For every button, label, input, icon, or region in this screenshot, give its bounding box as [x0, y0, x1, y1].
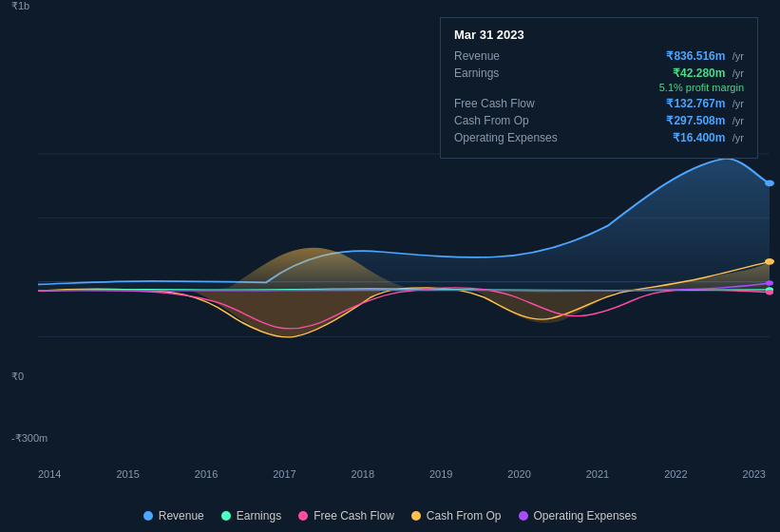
tooltip-unit-fcf: /yr [732, 98, 744, 109]
svg-point-6 [765, 258, 774, 265]
tooltip-value-earnings: ₹42.280m [673, 66, 725, 80]
tooltip-value-opex: ₹16.400m [673, 131, 725, 144]
tooltip-value-fcf: ₹132.767m [666, 97, 725, 110]
tooltip-row-cashop: Cash From Op ₹297.508m /yr [454, 114, 744, 127]
x-axis-labels: 2014 2015 2016 2017 2018 2019 2020 2021 … [38, 468, 766, 480]
tooltip-title: Mar 31 2023 [454, 28, 744, 42]
tooltip-label-fcf: Free Cash Flow [454, 97, 568, 110]
legend-item-opex[interactable]: Operating Expenses [519, 509, 637, 522]
x-label-2021: 2021 [586, 468, 609, 480]
tooltip-label-earnings: Earnings [454, 66, 568, 80]
tooltip-row-opex: Operating Expenses ₹16.400m /yr [454, 131, 744, 144]
profit-margin: 5.1% profit margin [454, 82, 744, 93]
chart-svg [0, 147, 780, 461]
x-label-2015: 2015 [116, 468, 139, 480]
legend-item-fcf[interactable]: Free Cash Flow [298, 509, 394, 522]
x-label-2022: 2022 [664, 468, 687, 480]
tooltip-value-cashop: ₹297.508m [666, 114, 725, 127]
legend-item-cashop[interactable]: Cash From Op [411, 509, 502, 522]
y-label-top: ₹1b [11, 0, 29, 12]
legend-dot-revenue [143, 511, 153, 521]
tooltip-label-opex: Operating Expenses [454, 131, 568, 144]
legend-dot-opex [519, 511, 528, 521]
legend-dot-fcf [298, 511, 308, 521]
legend-label-earnings: Earnings [237, 509, 281, 522]
tooltip-unit-opex: /yr [732, 132, 744, 143]
tooltip-label-revenue: Revenue [454, 49, 568, 63]
legend-dot-earnings [221, 511, 231, 521]
tooltip-unit-cashop: /yr [732, 115, 744, 126]
svg-point-5 [765, 180, 774, 186]
chart-legend: Revenue Earnings Free Cash Flow Cash Fro… [0, 509, 780, 522]
tooltip-row-earnings: Earnings ₹42.280m /yr [454, 66, 744, 80]
tooltip-value-revenue: ₹836.516m [666, 49, 725, 63]
tooltip-row-revenue: Revenue ₹836.516m /yr [454, 49, 744, 63]
x-label-2018: 2018 [352, 468, 374, 480]
tooltip-row-fcf: Free Cash Flow ₹132.767m /yr [454, 97, 744, 110]
x-label-2023: 2023 [743, 468, 766, 480]
legend-label-revenue: Revenue [159, 509, 204, 522]
tooltip-label-cashop: Cash From Op [454, 114, 568, 127]
x-label-2014: 2014 [38, 468, 61, 480]
legend-label-opex: Operating Expenses [534, 509, 637, 522]
legend-label-cashop: Cash From Op [427, 509, 502, 522]
x-label-2020: 2020 [507, 468, 530, 480]
tooltip-unit-revenue: /yr [732, 50, 744, 62]
x-label-2017: 2017 [273, 468, 295, 480]
tooltip-card: Mar 31 2023 Revenue ₹836.516m /yr Earnin… [440, 17, 758, 159]
legend-item-earnings[interactable]: Earnings [221, 509, 281, 522]
legend-item-revenue[interactable]: Revenue [143, 509, 204, 522]
tooltip-unit-earnings: /yr [732, 67, 744, 79]
x-label-2016: 2016 [195, 468, 218, 480]
legend-label-fcf: Free Cash Flow [314, 509, 394, 522]
legend-dot-cashop [411, 511, 421, 521]
svg-point-9 [766, 280, 773, 286]
svg-point-8 [766, 290, 773, 295]
x-label-2019: 2019 [429, 468, 452, 480]
